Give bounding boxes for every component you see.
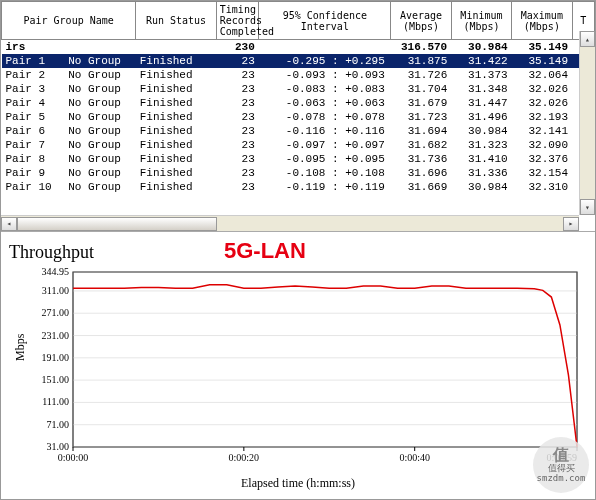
- cell-status: Finished: [136, 180, 217, 194]
- col-header-min[interactable]: Minimum (Mbps): [451, 2, 511, 40]
- col-header-records[interactable]: Timing Records Completed: [216, 2, 259, 40]
- cell-max: 32.310: [512, 180, 572, 194]
- cell-ci: -0.063 : +0.063: [259, 96, 391, 110]
- cell-min: 30.984: [451, 180, 511, 194]
- col-header-max[interactable]: Maximum (Mbps): [512, 2, 572, 40]
- cell-group: No Group: [64, 54, 136, 68]
- cell-ci: -0.095 : +0.095: [259, 152, 391, 166]
- cell-pair: Pair 5: [2, 110, 65, 124]
- scroll-h-track[interactable]: [17, 217, 563, 231]
- svg-text:151.00: 151.00: [42, 374, 70, 385]
- cell-records: 23: [216, 54, 259, 68]
- cell-avg: 31.704: [391, 82, 451, 96]
- summary-avg: 316.570: [391, 40, 451, 55]
- scroll-down-icon[interactable]: ▾: [580, 199, 595, 215]
- table-row[interactable]: Pair 2 No Group Finished 23 -0.093 : +0.…: [2, 68, 595, 82]
- cell-records: 23: [216, 82, 259, 96]
- scroll-up-icon[interactable]: ▴: [580, 31, 595, 47]
- cell-ci: -0.295 : +0.295: [259, 54, 391, 68]
- svg-text:191.00: 191.00: [42, 352, 70, 363]
- svg-text:231.00: 231.00: [42, 330, 70, 341]
- cell-pair: Pair 9: [2, 166, 65, 180]
- cell-group: No Group: [64, 152, 136, 166]
- cell-records: 23: [216, 68, 259, 82]
- cell-max: 35.149: [512, 54, 572, 68]
- cell-avg: 31.696: [391, 166, 451, 180]
- chart-xlabel: Elapsed time (h:mm:ss): [9, 476, 587, 491]
- cell-group: No Group: [64, 110, 136, 124]
- cell-avg: 31.726: [391, 68, 451, 82]
- cell-pair: Pair 6: [2, 124, 65, 138]
- scroll-thumb[interactable]: [17, 217, 217, 231]
- cell-pair: Pair 10: [2, 180, 65, 194]
- svg-text:311.00: 311.00: [42, 285, 69, 296]
- chart-area: Mbps 31.0071.00111.00151.00191.00231.002…: [25, 266, 587, 476]
- vertical-scrollbar[interactable]: ▴ ▾: [579, 31, 595, 215]
- cell-avg: 31.679: [391, 96, 451, 110]
- cell-ci: -0.097 : +0.097: [259, 138, 391, 152]
- cell-records: 23: [216, 180, 259, 194]
- cell-group: No Group: [64, 96, 136, 110]
- cell-min: 31.323: [451, 138, 511, 152]
- cell-avg: 31.875: [391, 54, 451, 68]
- cell-max: 32.141: [512, 124, 572, 138]
- cell-records: 23: [216, 124, 259, 138]
- table-row[interactable]: Pair 9 No Group Finished 23 -0.108 : +0.…: [2, 166, 595, 180]
- table-row[interactable]: Pair 4 No Group Finished 23 -0.063 : +0.…: [2, 96, 595, 110]
- svg-text:0:00:40: 0:00:40: [399, 452, 430, 463]
- table-row[interactable]: Pair 8 No Group Finished 23 -0.095 : +0.…: [2, 152, 595, 166]
- cell-ci: -0.108 : +0.108: [259, 166, 391, 180]
- summary-max: 35.149: [512, 40, 572, 55]
- svg-text:71.00: 71.00: [47, 419, 70, 430]
- cell-min: 31.410: [451, 152, 511, 166]
- cell-status: Finished: [136, 96, 217, 110]
- summary-min: 30.984: [451, 40, 511, 55]
- cell-min: 31.336: [451, 166, 511, 180]
- cell-status: Finished: [136, 54, 217, 68]
- cell-records: 23: [216, 138, 259, 152]
- cell-pair: Pair 1: [2, 54, 65, 68]
- svg-text:0:00:00: 0:00:00: [58, 452, 89, 463]
- cell-pair: Pair 7: [2, 138, 65, 152]
- svg-text:344.95: 344.95: [42, 266, 70, 277]
- cell-group: No Group: [64, 82, 136, 96]
- table-row[interactable]: Pair 7 No Group Finished 23 -0.097 : +0.…: [2, 138, 595, 152]
- cell-avg: 31.723: [391, 110, 451, 124]
- cell-status: Finished: [136, 124, 217, 138]
- cell-avg: 31.682: [391, 138, 451, 152]
- col-header-ci[interactable]: 95% Confidence Interval: [259, 2, 391, 40]
- col-header-pair-group[interactable]: Pair Group Name: [2, 2, 136, 40]
- cell-max: 32.193: [512, 110, 572, 124]
- cell-ci: -0.078 : +0.078: [259, 110, 391, 124]
- cell-min: 31.447: [451, 96, 511, 110]
- table-row[interactable]: Pair 3 No Group Finished 23 -0.083 : +0.…: [2, 82, 595, 96]
- col-header-status[interactable]: Run Status: [136, 2, 217, 40]
- chart-svg: 31.0071.00111.00151.00191.00231.00271.00…: [25, 266, 585, 471]
- svg-text:271.00: 271.00: [42, 307, 70, 318]
- cell-ci: -0.119 : +0.119: [259, 180, 391, 194]
- col-header-avg[interactable]: Average (Mbps): [391, 2, 451, 40]
- scroll-left-icon[interactable]: ◂: [1, 217, 17, 231]
- cell-min: 31.373: [451, 68, 511, 82]
- cell-status: Finished: [136, 68, 217, 82]
- cell-group: No Group: [64, 138, 136, 152]
- cell-records: 23: [216, 166, 259, 180]
- table-row[interactable]: Pair 5 No Group Finished 23 -0.078 : +0.…: [2, 110, 595, 124]
- cell-min: 31.422: [451, 54, 511, 68]
- table-row[interactable]: Pair 10 No Group Finished 23 -0.119 : +0…: [2, 180, 595, 194]
- results-table: Pair Group Name Run Status Timing Record…: [1, 1, 595, 194]
- cell-pair: Pair 2: [2, 68, 65, 82]
- scroll-right-icon[interactable]: ▸: [563, 217, 579, 231]
- horizontal-scrollbar[interactable]: ◂ ▸: [1, 215, 579, 231]
- table-row[interactable]: Pair 6 No Group Finished 23 -0.116 : +0.…: [2, 124, 595, 138]
- svg-text:31.00: 31.00: [47, 441, 70, 452]
- summary-row[interactable]: irs 230 316.570 30.984 35.149: [2, 40, 595, 55]
- cell-pair: Pair 8: [2, 152, 65, 166]
- cell-min: 31.348: [451, 82, 511, 96]
- table-row[interactable]: Pair 1 No Group Finished 23 -0.295 : +0.…: [2, 54, 595, 68]
- cell-pair: Pair 3: [2, 82, 65, 96]
- scroll-v-track[interactable]: [580, 47, 595, 199]
- cell-min: 30.984: [451, 124, 511, 138]
- cell-max: 32.026: [512, 82, 572, 96]
- cell-status: Finished: [136, 138, 217, 152]
